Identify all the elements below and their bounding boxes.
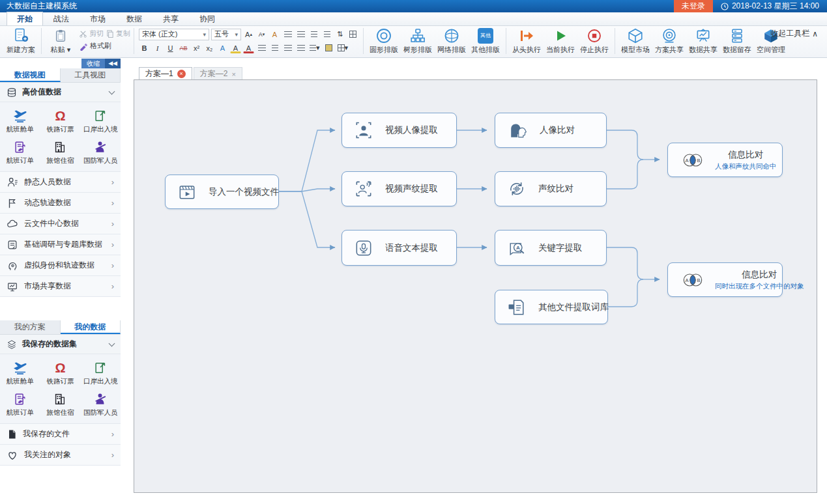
tab-collab[interactable]: 协同 bbox=[189, 12, 225, 25]
change-case-button[interactable]: A bbox=[269, 29, 280, 40]
stop-execution-button[interactable]: 停止执行 bbox=[577, 27, 611, 55]
shrink-font-button[interactable]: A▾ bbox=[256, 29, 267, 40]
data-share-button[interactable]: 数据共享 bbox=[686, 27, 720, 55]
doc-tab-plan-2[interactable]: 方案—2 × bbox=[194, 67, 242, 80]
shading-button[interactable] bbox=[323, 42, 334, 54]
bullet-list-button[interactable] bbox=[282, 29, 293, 40]
new-plan-button[interactable]: 新建方案 bbox=[4, 27, 38, 55]
sidebar-collapse-button[interactable]: 收缩 ◀◀ bbox=[0, 59, 121, 68]
underline-button[interactable]: U bbox=[165, 42, 176, 54]
section-high-value-data[interactable]: 高价值数据 bbox=[0, 83, 121, 102]
align-center-button[interactable] bbox=[269, 42, 280, 54]
copy-button[interactable]: 复制 bbox=[116, 29, 130, 38]
data-item-port-entry[interactable]: 口岸出入境 bbox=[80, 105, 121, 136]
line-spacing-button[interactable]: ▾ bbox=[308, 42, 321, 54]
node-voice-compare[interactable]: 声纹比对 bbox=[495, 171, 607, 206]
node-face-compare[interactable]: 人像比对 bbox=[495, 113, 607, 148]
numbered-list-button[interactable] bbox=[295, 29, 306, 40]
data-item-military-personnel[interactable]: 国防军人员 bbox=[80, 388, 121, 419]
copy-icon[interactable] bbox=[106, 29, 114, 38]
tab-my-data[interactable]: 我的数据 bbox=[61, 320, 121, 334]
category-cloud-files[interactable]: 云文件中心数据 › bbox=[0, 214, 121, 234]
data-item-flight-order[interactable]: 航班订单 bbox=[0, 388, 40, 419]
category-virtual-identity[interactable]: 虚拟身份和轨迹数据 › bbox=[0, 255, 121, 276]
data-item-flight-manifest[interactable]: 航班舱单 bbox=[0, 105, 40, 136]
highlight-color-button[interactable]: A bbox=[230, 44, 241, 53]
align-left-button[interactable] bbox=[256, 42, 267, 54]
font-name-select[interactable]: 宋体 (正文)▾ bbox=[139, 29, 209, 40]
run-from-start-icon bbox=[518, 27, 535, 44]
borders-button[interactable]: ▾ bbox=[336, 42, 350, 54]
text-effects-button[interactable]: A bbox=[217, 42, 228, 54]
model-market-button[interactable]: 模型市场 bbox=[618, 27, 652, 55]
font-color-button[interactable]: A bbox=[243, 44, 254, 53]
decrease-indent-button[interactable] bbox=[308, 29, 319, 40]
scissors-icon[interactable] bbox=[79, 29, 87, 38]
tab-market[interactable]: 市场 bbox=[80, 12, 116, 25]
category-research-library[interactable]: 基础调研与专题库数据 › bbox=[0, 234, 121, 255]
node-info-compare-1[interactable]: A B 信息比对 人像和声纹共同命中 bbox=[667, 143, 783, 177]
grow-font-button[interactable]: A▴ bbox=[243, 29, 254, 40]
login-status-badge[interactable]: 未登录 bbox=[674, 0, 713, 12]
category-market-shared[interactable]: 市场共享数据 › bbox=[0, 276, 121, 297]
node-voice-extract[interactable]: 视频声纹提取 bbox=[341, 171, 457, 206]
node-import-video[interactable]: 导入一个视频文件 bbox=[165, 175, 279, 209]
other-layout-button[interactable]: 其他 其他排版 bbox=[469, 27, 502, 55]
font-size-select[interactable]: 五号▾ bbox=[211, 29, 241, 40]
sort-button[interactable]: ⇅ bbox=[334, 29, 345, 40]
caret-down-icon: ▾ bbox=[235, 31, 238, 38]
tab-data[interactable]: 数据 bbox=[116, 12, 152, 25]
cut-button[interactable]: 剪切 bbox=[89, 29, 104, 38]
superscript-button[interactable]: x² bbox=[191, 42, 202, 54]
subscript-button[interactable]: x₂ bbox=[204, 42, 215, 54]
format-painter-row[interactable]: 格式刷 bbox=[79, 41, 130, 51]
node-speech-to-text[interactable]: 语音文本提取 bbox=[341, 230, 457, 266]
run-current-button[interactable]: 当前执行 bbox=[544, 27, 577, 55]
flow-canvas[interactable]: 导入一个视频文件 视频人像提取 bbox=[134, 79, 817, 493]
data-item-military-personnel[interactable]: 国防军人员 bbox=[80, 136, 121, 167]
ribbon-separator bbox=[615, 28, 615, 54]
tab-my-plans[interactable]: 我的方案 bbox=[0, 320, 61, 334]
data-item-railway-ticket[interactable]: Ω 铁路订票 bbox=[40, 105, 81, 136]
circle-layout-button[interactable]: 圆形排版 bbox=[367, 27, 401, 55]
close-tab-icon[interactable]: × bbox=[177, 70, 186, 78]
strikethrough-button[interactable]: AB bbox=[178, 42, 189, 54]
tab-tool-view[interactable]: 工具视图 bbox=[61, 68, 121, 82]
data-item-hotel-stay[interactable]: 旅馆住宿 bbox=[40, 136, 81, 167]
plan-share-button[interactable]: 方案共享 bbox=[652, 27, 686, 55]
node-info-compare-2[interactable]: A B 信息比对 同时出现在多个文件中的对象 bbox=[667, 262, 783, 297]
node-face-extract[interactable]: 视频人像提取 bbox=[341, 113, 457, 148]
section-saved-datasets[interactable]: 我保存的数据集 bbox=[0, 335, 121, 354]
tab-share[interactable]: 共享 bbox=[152, 12, 189, 25]
network-layout-button[interactable]: 网络排版 bbox=[435, 27, 469, 55]
node-other-files-lexicon[interactable]: 其他文件提取词库 bbox=[495, 290, 608, 324]
tree-layout-button[interactable]: 树形排版 bbox=[401, 27, 435, 55]
justify-button[interactable] bbox=[295, 42, 306, 54]
doc-tab-plan-1[interactable]: 方案—1 × bbox=[139, 67, 192, 80]
data-item-hotel-stay[interactable]: 旅馆住宿 bbox=[40, 388, 81, 419]
node-keyword-extract[interactable]: A 关键字提取 bbox=[495, 230, 607, 266]
tab-home[interactable]: 开始 bbox=[7, 12, 43, 25]
tab-data-view[interactable]: 数据视图 bbox=[0, 68, 61, 82]
font-group: 宋体 (正文)▾ 五号▾ A▴ A▾ A ⇅ B I U AB bbox=[138, 28, 360, 55]
increase-indent-button[interactable] bbox=[321, 29, 332, 40]
category-dynamic-trajectory[interactable]: 动态轨迹数据 › bbox=[0, 193, 121, 214]
left-sidebar: 收缩 ◀◀ 数据视图 工具视图 高价值数据 航班舱单 bbox=[0, 59, 121, 466]
category-static-personnel[interactable]: 静态人员数据 › bbox=[0, 172, 121, 193]
table-button[interactable] bbox=[347, 29, 358, 40]
data-item-railway-ticket[interactable]: Ω 铁路订票 bbox=[40, 357, 81, 388]
run-from-start-button[interactable]: 从头执行 bbox=[510, 27, 544, 55]
align-right-button[interactable] bbox=[282, 42, 293, 54]
data-item-flight-manifest[interactable]: 航班舱单 bbox=[0, 357, 40, 388]
category-followed-objects[interactable]: 我关注的对象 › bbox=[0, 445, 121, 466]
data-retention-button[interactable]: 数据留存 bbox=[720, 27, 754, 55]
bold-button[interactable]: B bbox=[139, 42, 150, 54]
italic-button[interactable]: I bbox=[152, 42, 163, 54]
data-item-flight-order[interactable]: 航班订单 bbox=[0, 136, 40, 167]
collapse-toolbar-button[interactable]: 收起工具栏 ∧ bbox=[770, 28, 818, 39]
category-saved-files[interactable]: 我保存的文件 › bbox=[0, 424, 121, 445]
data-item-port-entry[interactable]: 口岸出入境 bbox=[80, 357, 121, 388]
close-tab-icon[interactable]: × bbox=[231, 70, 235, 78]
paste-button[interactable]: 粘贴 ▾ bbox=[45, 27, 76, 55]
tab-tactics[interactable]: 战法 bbox=[43, 12, 80, 25]
